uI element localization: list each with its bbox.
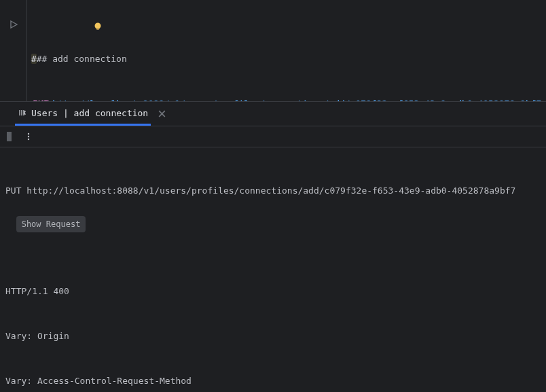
svg-point-4 [28, 139, 29, 140]
tab-title: Users | add connection [31, 108, 148, 118]
more-actions-icon[interactable] [24, 132, 33, 141]
tab-add-connection[interactable]: Users | add connection [15, 102, 151, 126]
comment-hash: ### [31, 54, 47, 64]
response-line: HTTP/1.1 400 [5, 284, 541, 299]
comment-text: add connection [47, 54, 126, 64]
services-tab-strip: Users | add connection [0, 102, 546, 126]
code-area[interactable]: #### add connection PUT http://localhost… [27, 0, 546, 101]
close-tab-icon[interactable] [158, 109, 166, 118]
response-line: Vary: Access-Control-Request-Method [5, 374, 541, 389]
panel-toggle-button[interactable] [7, 132, 12, 141]
request-line: PUT http://localhost:8088/v1/users/profi… [31, 96, 546, 101]
editor-gutter [0, 0, 27, 101]
svg-point-2 [28, 133, 29, 135]
response-pane: PUT http://localhost:8088/v1/users/profi… [0, 147, 546, 392]
response-request-line: PUT http://localhost:8088/v1/users/profi… [5, 183, 541, 198]
response-toolbar [0, 126, 546, 147]
http-method: PUT [31, 99, 47, 101]
svg-point-0 [94, 23, 101, 29]
intention-bulb-icon[interactable] [61, 6, 103, 51]
request-comment-line: #### add connection [31, 52, 546, 67]
show-request-button[interactable]: Show Request [16, 216, 86, 232]
response-body: HTTP/1.1 400 Vary: Origin Vary: Access-C… [5, 254, 541, 392]
http-client-icon [18, 108, 27, 118]
run-request-icon[interactable] [10, 20, 18, 29]
http-request-editor: #### add connection PUT http://localhost… [0, 0, 546, 102]
svg-rect-1 [96, 29, 99, 30]
response-line: Vary: Origin [5, 329, 541, 344]
request-url[interactable]: http://localhost:8088/v1/users/profiles/… [52, 99, 541, 101]
svg-point-3 [28, 136, 29, 137]
